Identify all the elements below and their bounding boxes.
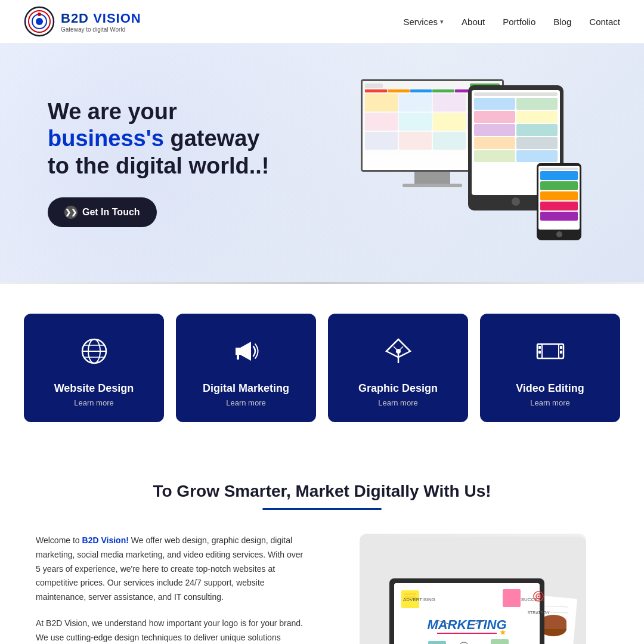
graphic-design-link[interactable]: Learn more	[378, 398, 417, 407]
film-strip-icon	[534, 335, 567, 373]
website-design-link[interactable]: Learn more	[74, 398, 113, 407]
svg-rect-45	[428, 641, 446, 644]
nav-about[interactable]: About	[462, 17, 485, 27]
about-para1: Welcome to B2D Vision! We offer web desi…	[36, 534, 307, 605]
globe-icon	[78, 335, 111, 373]
logo-subtitle: Gateway to digital World	[61, 26, 141, 33]
service-card-website-design[interactable]: Website Design Learn more	[24, 314, 164, 422]
about-content: Welcome to B2D Vision! We offer web desi…	[36, 534, 608, 644]
logo[interactable]: B2D VISION Gateway to digital World	[24, 6, 141, 37]
svg-rect-21	[538, 346, 541, 349]
svg-rect-22	[538, 351, 541, 354]
svg-text:MARKETING: MARKETING	[427, 617, 506, 632]
svg-text:ADVERTISING: ADVERTISING	[402, 597, 435, 602]
logo-text: B2D VISION Gateway to digital World	[61, 11, 141, 33]
svg-text:★: ★	[499, 627, 506, 637]
graphic-design-title: Graphic Design	[358, 382, 438, 395]
svg-rect-18	[537, 344, 564, 358]
site-header: B2D VISION Gateway to digital World Serv…	[0, 0, 644, 44]
hero-section: We are your business's gateway to the di…	[0, 44, 644, 282]
svg-text:STRATEGY: STRATEGY	[527, 611, 550, 615]
service-card-digital-marketing[interactable]: Digital Marketing Learn more	[176, 314, 316, 422]
svg-point-55	[537, 596, 539, 597]
svg-point-3	[36, 18, 43, 25]
svg-line-17	[398, 346, 403, 351]
nav-contact[interactable]: Contact	[589, 17, 620, 27]
svg-rect-46	[491, 639, 509, 644]
chevron-down-icon: ▾	[440, 18, 444, 26]
about-section: To Grow Smarter, Market Digitally With U…	[0, 452, 644, 644]
about-underline-decoration	[262, 508, 382, 510]
logo-title: B2D VISION	[61, 11, 141, 26]
get-in-touch-button[interactable]: ❯❯ Get In Touch	[48, 197, 157, 227]
svg-rect-12	[237, 355, 239, 360]
services-grid: Website Design Learn more Digital Market…	[24, 314, 620, 422]
svg-rect-24	[560, 351, 562, 354]
megaphone-icon	[230, 335, 263, 373]
digital-marketing-title: Digital Marketing	[203, 382, 289, 395]
about-para2: At B2D Vision, we understand how importa…	[36, 617, 307, 644]
devices-illustration	[355, 79, 581, 246]
about-image-block: MARKETING ADVERTISING SUCCESS RESEARCH P…	[337, 534, 608, 644]
hero-title: We are your business's gateway to the di…	[48, 98, 328, 180]
svg-rect-44	[503, 589, 521, 607]
svg-rect-23	[560, 346, 562, 349]
phone-device	[537, 163, 581, 240]
chevron-right-icon: ❯❯	[64, 206, 78, 219]
main-nav: Services ▾ About Portfolio Blog Contact	[404, 17, 621, 27]
digital-marketing-link[interactable]: Learn more	[226, 398, 265, 407]
service-card-graphic-design[interactable]: Graphic Design Learn more	[328, 314, 468, 422]
video-editing-link[interactable]: Learn more	[530, 398, 569, 407]
nav-services[interactable]: Services ▾	[404, 17, 444, 27]
logo-icon	[24, 6, 55, 37]
video-editing-title: Video Editing	[516, 382, 584, 395]
hero-devices	[328, 79, 608, 246]
nav-portfolio[interactable]: Portfolio	[503, 17, 535, 27]
svg-line-16	[394, 346, 398, 351]
nav-blog[interactable]: Blog	[553, 17, 571, 27]
marketing-laptop-image: MARKETING ADVERTISING SUCCESS RESEARCH P…	[360, 534, 586, 644]
about-heading: To Grow Smarter, Market Digitally With U…	[36, 482, 608, 501]
service-card-video-editing[interactable]: Video Editing Learn more	[480, 314, 620, 422]
services-section: Website Design Learn more Digital Market…	[0, 284, 644, 452]
svg-rect-42	[404, 593, 416, 595]
about-text-block: Welcome to B2D Vision! We offer web desi…	[36, 534, 307, 644]
website-design-title: Website Design	[54, 382, 134, 395]
pen-nib-icon	[382, 335, 415, 373]
svg-point-4	[38, 13, 41, 16]
hero-text: We are your business's gateway to the di…	[48, 98, 328, 228]
svg-rect-11	[236, 348, 240, 355]
